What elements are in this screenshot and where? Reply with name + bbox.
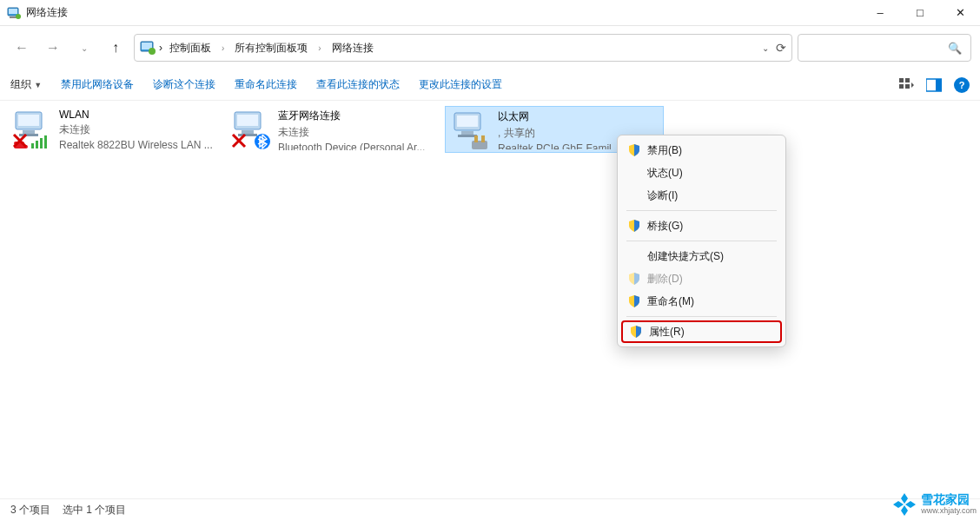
ctx-status[interactable]: 状态(U) (621, 162, 782, 184)
shield-icon (630, 326, 642, 338)
svg-rect-23 (242, 130, 254, 134)
watermark-name: 雪花家园 (921, 493, 977, 506)
connection-device: Bluetooth Device (Personal Ar... (278, 142, 425, 150)
svg-rect-17 (31, 143, 34, 148)
shield-icon (628, 220, 640, 232)
address-box[interactable]: › 控制面板 › 所有控制面板项 › 网络连接 ⌄ ⟳ (134, 34, 792, 62)
svg-rect-7 (899, 78, 904, 82)
preview-pane-button[interactable] (926, 77, 942, 93)
svg-rect-29 (458, 135, 477, 137)
shield-icon (628, 273, 640, 285)
svg-point-6 (149, 48, 156, 55)
svg-rect-27 (457, 115, 478, 127)
nav-bar: ← → ⌄ ↑ › 控制面板 › 所有控制面板项 › 网络连接 ⌄ ⟳ 🔍 (0, 26, 980, 69)
svg-rect-30 (472, 141, 487, 149)
context-menu: 禁用(B) 状态(U) 诊断(I) 桥接(G) 创建快捷方式(S) 删除(D) … (617, 135, 786, 347)
window-title: 网络连接 (26, 5, 68, 20)
breadcrumb: 控制面板 › 所有控制面板项 › 网络连接 (166, 39, 377, 57)
svg-rect-15 (23, 130, 35, 134)
control-panel-icon (140, 40, 156, 56)
connection-name: 以太网 (498, 109, 620, 124)
svg-rect-22 (237, 115, 258, 126)
connection-item-bluetooth[interactable]: 蓝牙网络连接 未连接 Bluetooth Device (Personal Ar… (226, 106, 445, 153)
breadcrumb-leaf[interactable]: 网络连接 (328, 39, 377, 57)
watermark-url: www.xhjaty.com (921, 507, 977, 516)
svg-rect-28 (461, 131, 473, 135)
watermark: 雪花家园 www.xhjaty.com (891, 491, 977, 518)
svg-rect-8 (905, 78, 910, 82)
bluetooth-icon (229, 109, 275, 150)
ctx-rename[interactable]: 重命名(M) (621, 290, 782, 313)
connection-name: 蓝牙网络连接 (278, 109, 425, 123)
toolbar-status[interactable]: 查看此连接的状态 (316, 77, 400, 92)
watermark-logo-icon (891, 491, 917, 518)
refresh-button[interactable]: ⟳ (776, 41, 786, 55)
recent-dropdown[interactable]: ⌄ (71, 35, 97, 61)
shield-icon (628, 144, 640, 156)
svg-point-3 (16, 14, 21, 19)
breadcrumb-sep-icon: › (315, 42, 324, 55)
connection-status: 未连接 (59, 122, 213, 137)
svg-rect-9 (899, 84, 904, 89)
svg-rect-31 (474, 135, 478, 142)
ctx-disable[interactable]: 禁用(B) (621, 139, 782, 162)
breadcrumb-sep-icon: › (159, 42, 162, 54)
forward-button[interactable]: → (40, 35, 66, 61)
ctx-diagnose[interactable]: 诊断(I) (621, 184, 782, 207)
ctx-delete: 删除(D) (621, 267, 782, 290)
ctx-bridge[interactable]: 桥接(G) (621, 214, 782, 237)
window-controls: – □ ✕ (860, 0, 980, 26)
address-dropdown-icon[interactable]: ⌄ (762, 43, 769, 53)
search-icon: 🔍 (948, 42, 962, 55)
svg-rect-18 (36, 141, 38, 148)
title-bar: 网络连接 – □ ✕ (0, 0, 980, 26)
view-options-button[interactable] (898, 77, 914, 93)
toolbar-organize[interactable]: 组织 ▼ (10, 77, 42, 92)
toolbar-settings[interactable]: 更改此连接的设置 (419, 77, 502, 92)
svg-rect-19 (40, 138, 43, 148)
svg-rect-32 (481, 135, 485, 142)
connection-device: Realtek PCIe GbE Famil... (498, 142, 620, 149)
ethernet-icon (449, 109, 494, 151)
back-button[interactable]: ← (9, 35, 35, 61)
search-input[interactable]: 🔍 (798, 34, 971, 62)
connection-status: 未连接 (278, 125, 425, 140)
toolbar: 组织 ▼ 禁用此网络设备 诊断这个连接 重命名此连接 查看此连接的状态 更改此连… (0, 69, 980, 101)
ctx-separator (626, 210, 777, 211)
help-button[interactable]: ? (954, 77, 970, 93)
ctx-separator (626, 316, 777, 317)
toolbar-disable[interactable]: 禁用此网络设备 (61, 77, 134, 92)
wlan-icon (10, 109, 56, 150)
svg-rect-20 (44, 135, 47, 148)
breadcrumb-sep-icon: › (218, 42, 228, 55)
svg-rect-14 (18, 115, 39, 126)
shield-icon (628, 295, 640, 307)
status-item-count: 3 个项目 (10, 503, 50, 518)
breadcrumb-mid[interactable]: 所有控制面板项 (231, 39, 311, 57)
connection-device: Realtek 8822BU Wireless LAN ... (59, 139, 213, 150)
svg-rect-10 (905, 84, 910, 89)
app-icon (7, 6, 21, 20)
status-bar: 3 个项目 选中 1 个项目 (0, 498, 980, 521)
svg-rect-12 (936, 79, 942, 91)
minimize-button[interactable]: – (860, 0, 900, 26)
svg-rect-16 (19, 134, 38, 136)
svg-rect-1 (9, 9, 17, 14)
close-button[interactable]: ✕ (940, 0, 980, 26)
svg-rect-24 (238, 134, 257, 136)
toolbar-diagnose[interactable]: 诊断这个连接 (153, 77, 215, 92)
ctx-shortcut[interactable]: 创建快捷方式(S) (621, 245, 782, 267)
ctx-properties[interactable]: 属性(R) (621, 320, 782, 343)
connection-item-wlan[interactable]: WLAN 未连接 Realtek 8822BU Wireless LAN ... (7, 106, 226, 153)
toolbar-rename[interactable]: 重命名此连接 (235, 77, 297, 92)
maximize-button[interactable]: □ (900, 0, 940, 26)
connection-name: WLAN (59, 109, 213, 121)
ctx-separator (626, 241, 777, 241)
status-selected-count: 选中 1 个项目 (63, 503, 126, 518)
svg-rect-2 (10, 16, 17, 18)
breadcrumb-root[interactable]: 控制面板 (166, 39, 215, 57)
content-area: WLAN 未连接 Realtek 8822BU Wireless LAN ...… (0, 101, 980, 498)
connection-status: , 共享的 (498, 126, 620, 141)
up-button[interactable]: ↑ (103, 35, 129, 61)
